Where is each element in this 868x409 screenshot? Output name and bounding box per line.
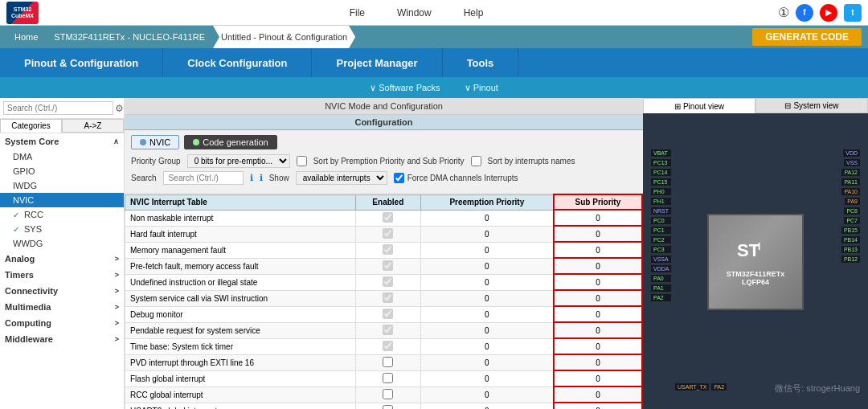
interrupt-enabled-checkbox[interactable] bbox=[383, 260, 393, 271]
subtab-software-packs[interactable]: ∨ Software Packs bbox=[370, 83, 440, 93]
gpio-label: GPIO bbox=[13, 166, 35, 176]
sidebar-section-header-analog[interactable]: Analog > bbox=[0, 251, 124, 267]
subtab-pinout[interactable]: ∨ Pinout bbox=[465, 83, 498, 93]
pin-pb13: PB13 bbox=[841, 246, 860, 253]
preemption-priority: 0 bbox=[420, 338, 554, 354]
sub-priority: 0 bbox=[554, 290, 642, 306]
priority-group-select[interactable]: 0 bits for pre-emptio... bbox=[187, 154, 290, 168]
show-select[interactable]: available interrupts bbox=[296, 171, 387, 185]
interrupt-name: Pendable request for system service bbox=[125, 322, 356, 338]
tab-system-view[interactable]: ⊟ System view bbox=[755, 98, 868, 113]
interrupt-enabled-checkbox[interactable] bbox=[383, 341, 393, 351]
pin-pa10: PA10 bbox=[841, 188, 860, 195]
youtube-icon[interactable]: ▶ bbox=[820, 4, 837, 22]
tab-tools[interactable]: Tools bbox=[443, 48, 519, 77]
pin-pa11: PA11 bbox=[841, 178, 860, 186]
sidebar-section-header-multimedia[interactable]: Multimedia > bbox=[0, 299, 124, 315]
sidebar-section-header-middleware[interactable]: Middleware > bbox=[0, 331, 124, 347]
interrupt-enabled-checkbox[interactable] bbox=[383, 325, 393, 335]
info2-icon[interactable]: ℹ bbox=[260, 173, 263, 183]
twitter-icon[interactable]: t bbox=[844, 4, 862, 22]
sidebar-item-dma[interactable]: DMA bbox=[0, 149, 124, 164]
table-row: USART2 global interrupt00 bbox=[125, 403, 643, 409]
interrupt-enabled bbox=[355, 290, 420, 306]
interrupt-enabled-checkbox[interactable] bbox=[383, 212, 393, 223]
interrupt-enabled-checkbox[interactable] bbox=[383, 244, 393, 255]
sidebar-section-header-system-core[interactable]: System Core ∧ bbox=[0, 133, 124, 149]
system-view-label: System view bbox=[793, 101, 838, 110]
breadcrumb-home[interactable]: Home bbox=[6, 26, 46, 48]
force-dma-checkbox[interactable] bbox=[394, 173, 404, 183]
connectivity-label: Connectivity bbox=[5, 286, 58, 296]
sidebar-item-wwdg[interactable]: WWDG bbox=[0, 236, 124, 251]
sidebar-section-header-computing[interactable]: Computing > bbox=[0, 315, 124, 331]
sidebar-tab-az[interactable]: A->Z bbox=[62, 119, 124, 133]
svg-text:ST: ST bbox=[737, 240, 760, 260]
search-input[interactable] bbox=[163, 171, 244, 185]
preemption-priority: 0 bbox=[420, 354, 554, 370]
pin-pc2: PC2 bbox=[651, 236, 671, 243]
col-header-name: NVIC Interrupt Table bbox=[125, 194, 356, 210]
breadcrumb-device[interactable]: STM32F411RETx - NUCLEO-F411RE bbox=[46, 26, 213, 48]
gear-icon[interactable]: ⚙ bbox=[115, 103, 124, 114]
table-row: Debug monitor00 bbox=[125, 306, 643, 322]
sidebar-item-nvic[interactable]: NVIC bbox=[0, 193, 124, 207]
interrupt-name: Undefined instruction or illegal state bbox=[125, 274, 356, 290]
sub-priority: 0 bbox=[554, 354, 642, 370]
nvic-mode-button[interactable]: NVIC bbox=[131, 135, 179, 149]
interrupt-enabled bbox=[355, 370, 420, 387]
interrupt-enabled-checkbox[interactable] bbox=[383, 228, 393, 239]
interrupt-enabled-checkbox[interactable] bbox=[383, 405, 393, 410]
info-icon[interactable]: ℹ bbox=[250, 173, 253, 183]
mode-buttons: NVIC Code generation bbox=[131, 135, 637, 149]
sidebar-section-header-timers[interactable]: Timers > bbox=[0, 267, 124, 283]
sidebar-tabs: Categories A->Z bbox=[0, 119, 124, 133]
interrupt-enabled bbox=[355, 258, 420, 274]
tab-pinout-configuration[interactable]: Pinout & Configuration bbox=[0, 48, 163, 77]
interrupt-enabled-checkbox[interactable] bbox=[383, 373, 393, 383]
interrupt-enabled bbox=[355, 306, 420, 322]
sidebar-item-iwdg[interactable]: IWDG bbox=[0, 178, 124, 193]
right-pins: VDD VSS PA12 PA11 PA10 PA9 PC8 PC7 PB15 … bbox=[841, 149, 860, 263]
interrupt-enabled-checkbox[interactable] bbox=[383, 357, 393, 367]
chip-logo: ST I bbox=[735, 239, 776, 267]
interrupt-enabled bbox=[355, 354, 420, 370]
force-dma-row: Force DMA channels Interrupts bbox=[394, 173, 518, 183]
sidebar-tab-categories[interactable]: Categories bbox=[0, 119, 62, 133]
expand-arrow-multimedia: > bbox=[115, 303, 119, 311]
sidebar-item-gpio[interactable]: GPIO bbox=[0, 164, 124, 178]
nvic-table-container: NVIC Interrupt Table Enabled Preemption … bbox=[125, 194, 643, 409]
menu-file[interactable]: File bbox=[350, 7, 365, 18]
pin-pa2: PA2 bbox=[651, 294, 671, 301]
interrupt-enabled-checkbox[interactable] bbox=[383, 389, 393, 399]
sidebar-item-sys[interactable]: SYS bbox=[0, 222, 124, 236]
config-title: NVIC Mode and Configuration bbox=[125, 98, 643, 115]
codegen-mode-button[interactable]: Code generation bbox=[184, 135, 276, 149]
tab-project-manager[interactable]: Project Manager bbox=[312, 48, 442, 77]
preemption-priority: 0 bbox=[420, 274, 554, 290]
sort-preemption-checkbox[interactable] bbox=[297, 156, 307, 166]
menu-window[interactable]: Window bbox=[397, 7, 432, 18]
facebook-icon[interactable]: f bbox=[796, 4, 813, 22]
sidebar-item-rcc[interactable]: RCC bbox=[0, 207, 124, 222]
generate-code-button[interactable]: GENERATE CODE bbox=[752, 28, 862, 46]
sort-names-checkbox[interactable] bbox=[471, 156, 481, 166]
interrupt-enabled-checkbox[interactable] bbox=[383, 276, 393, 287]
interrupt-enabled-checkbox[interactable] bbox=[383, 292, 393, 303]
preemption-priority: 0 bbox=[420, 306, 554, 322]
interrupt-enabled-checkbox[interactable] bbox=[383, 309, 393, 319]
pin-pc0: PC0 bbox=[651, 217, 671, 224]
sort-names-label: Sort by interrupts names bbox=[488, 157, 575, 166]
pin-pa9: PA9 bbox=[845, 198, 860, 205]
tab-clock-configuration[interactable]: Clock Configuration bbox=[163, 48, 312, 77]
menu-help[interactable]: Help bbox=[464, 7, 484, 18]
table-row: RCC global interrupt00 bbox=[125, 387, 643, 403]
system-view-icon: ⊟ bbox=[784, 101, 791, 110]
sub-priority: 0 bbox=[554, 403, 642, 409]
sidebar-section-header-connectivity[interactable]: Connectivity > bbox=[0, 283, 124, 299]
pin-pc3: PC3 bbox=[651, 246, 671, 253]
breadcrumb-project[interactable]: Untitled - Pinout & Configuration bbox=[213, 26, 355, 48]
sidebar-search-input[interactable] bbox=[3, 101, 113, 115]
tab-pinout-view[interactable]: ⊞ Pinout view bbox=[643, 98, 755, 113]
force-dma-label: Force DMA channels Interrupts bbox=[407, 174, 518, 182]
